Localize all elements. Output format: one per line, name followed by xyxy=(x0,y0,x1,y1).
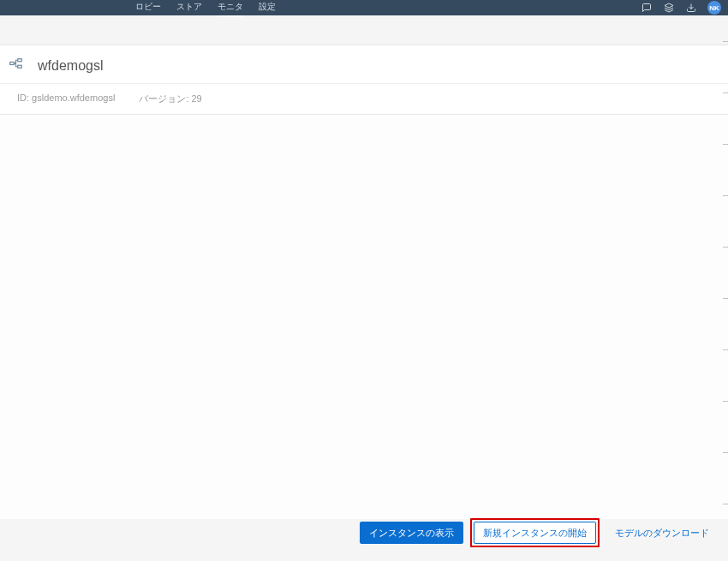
svg-rect-2 xyxy=(10,63,15,65)
meta-bar: ID: gsldemo.wfdemogsl バージョン: 29 xyxy=(0,83,728,115)
svg-rect-3 xyxy=(18,59,22,62)
svg-rect-4 xyxy=(18,65,22,68)
avatar[interactable]: NK xyxy=(707,1,721,15)
download-model-button[interactable]: モデルのダウンロード xyxy=(606,522,718,543)
nav-tab-lobby[interactable]: ロビー xyxy=(135,1,161,15)
footer-actions: インスタンスの表示 新規インスタンスの開始 モデルのダウンロード xyxy=(0,518,728,552)
nav-tab-settings[interactable]: 設定 xyxy=(259,1,276,15)
content-area xyxy=(0,115,728,519)
start-new-instance-button[interactable]: 新規インスタンスの開始 xyxy=(474,522,596,544)
notification-icon[interactable] xyxy=(641,2,653,14)
workflow-version-label: バージョン: 29 xyxy=(139,93,201,105)
stack-icon[interactable] xyxy=(663,2,675,14)
top-nav: ロビー ストア モニタ 設定 NK xyxy=(0,0,728,15)
nav-tabs: ロビー ストア モニタ 設定 xyxy=(7,1,276,15)
start-instance-highlight: 新規インスタンスの開始 xyxy=(470,518,600,547)
workflow-id-label: ID: gsldemo.wfdemogsl xyxy=(17,93,115,105)
workflow-icon xyxy=(9,57,26,75)
page-header: wfdemogsl xyxy=(0,45,728,83)
page-title: wfdemogsl xyxy=(38,58,103,74)
nav-tab-monitor[interactable]: モニタ xyxy=(218,1,243,15)
download-icon[interactable] xyxy=(685,2,697,14)
svg-marker-0 xyxy=(665,3,673,8)
nav-tab-store[interactable]: ストア xyxy=(176,1,202,15)
nav-right: NK xyxy=(641,1,721,15)
show-instances-button[interactable]: インスタンスの表示 xyxy=(360,522,463,544)
